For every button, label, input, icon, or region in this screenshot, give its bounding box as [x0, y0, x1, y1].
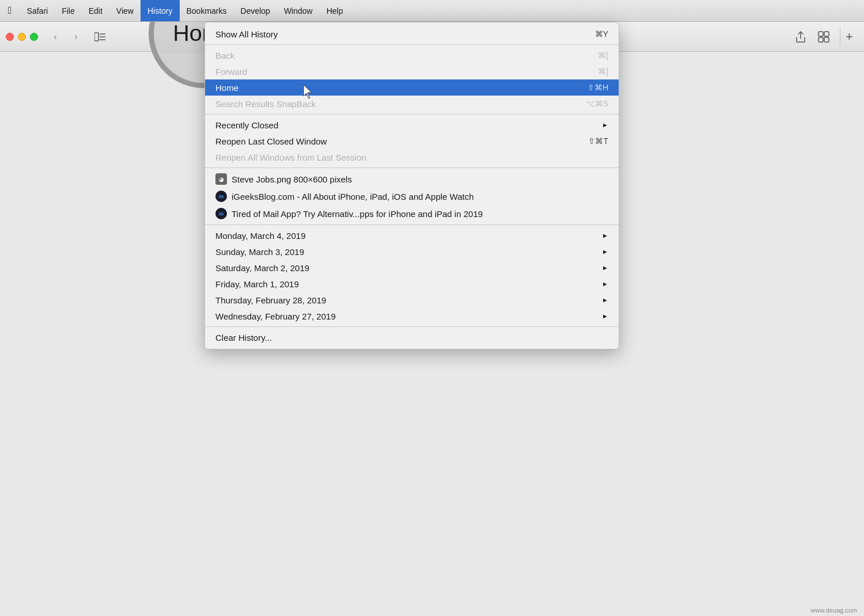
steve-jobs-icon: ◕: [215, 173, 227, 185]
steve-jobs-item[interactable]: ◕ Steve Jobs.png 800×600 pixels: [205, 170, 619, 188]
monday-arrow: ►: [602, 232, 608, 239]
recently-closed-arrow: ►: [602, 121, 608, 128]
shortcut-show-all-history: ⌘Y: [595, 29, 608, 39]
status-url: www.deuag.com: [810, 607, 857, 614]
svg-rect-7: [824, 37, 829, 42]
safari-menu-item[interactable]: Safari: [20, 0, 55, 21]
divider-2: [205, 114, 619, 115]
clear-history-item[interactable]: Clear History...: [205, 329, 619, 345]
igeeksblog-item[interactable]: iG iGeeksBlog.com - All About iPhone, iP…: [205, 188, 619, 205]
sunday-item[interactable]: Sunday, March 3, 2019 ►: [205, 244, 619, 260]
divider-4: [205, 225, 619, 225]
divider-5: [205, 326, 619, 327]
svg-rect-6: [818, 37, 823, 42]
new-tab-button[interactable]: +: [840, 28, 858, 46]
history-menu-item[interactable]: History: [141, 0, 180, 21]
file-menu-item[interactable]: File: [55, 0, 82, 21]
view-menu-item[interactable]: View: [109, 0, 141, 21]
forward-button[interactable]: ›: [68, 29, 84, 45]
divider-1: [205, 44, 619, 45]
tired-of-mail-item[interactable]: iG Tired of Mail App? Try Alternativ...p…: [205, 205, 619, 222]
window-menu-item[interactable]: Window: [277, 0, 320, 21]
edit-menu-item[interactable]: Edit: [82, 0, 109, 21]
wednesday-item[interactable]: Wednesday, February 27, 2019 ►: [205, 308, 619, 324]
tired-of-mail-icon: iG: [215, 208, 227, 219]
divider-3: [205, 168, 619, 168]
bookmarks-menu-item[interactable]: Bookmarks: [180, 0, 234, 21]
friday-arrow: ►: [602, 280, 608, 287]
minimize-button[interactable]: [18, 33, 26, 41]
svg-rect-4: [818, 32, 823, 36]
maximize-button[interactable]: [30, 33, 38, 41]
back-button[interactable]: ‹: [47, 29, 63, 45]
status-bar: www.deuag.com: [804, 604, 864, 616]
thursday-arrow: ►: [602, 296, 608, 303]
thursday-item[interactable]: Thursday, February 28, 2019 ►: [205, 292, 619, 308]
menu-bar:  Safari File Edit View History Bookmark…: [0, 0, 864, 22]
svg-rect-0: [94, 33, 98, 41]
wednesday-arrow: ►: [602, 313, 608, 320]
traffic-lights: [6, 33, 38, 41]
sunday-arrow: ►: [602, 248, 608, 255]
igeeksblog-icon: iG: [215, 191, 227, 202]
sidebar-toggle-button[interactable]: [91, 29, 109, 45]
search-snapback-item[interactable]: Search Results SnapBack ⌥⌘S: [205, 96, 619, 112]
share-button[interactable]: [791, 28, 810, 46]
forward-history-item[interactable]: Forward ⌘]: [205, 63, 619, 79]
close-button[interactable]: [6, 33, 14, 41]
toolbar-right: +: [791, 28, 858, 46]
apple-menu-item[interactable]: : [0, 0, 20, 21]
help-menu-item[interactable]: Help: [320, 0, 350, 21]
saturday-arrow: ►: [602, 264, 608, 271]
show-all-history-item[interactable]: Show All History ⌘Y: [205, 26, 619, 42]
tab-overview-button[interactable]: [814, 28, 833, 46]
home-history-item[interactable]: Home ⇧⌘H: [205, 79, 619, 96]
saturday-item[interactable]: Saturday, March 2, 2019 ►: [205, 260, 619, 276]
history-dropdown-menu: Show All History ⌘Y Back ⌘[ Forward ⌘] H…: [204, 22, 619, 349]
reopen-all-windows-item[interactable]: Reopen All Windows from Last Session: [205, 149, 619, 165]
friday-item[interactable]: Friday, March 1, 2019 ►: [205, 276, 619, 292]
svg-rect-5: [824, 32, 829, 36]
back-history-item[interactable]: Back ⌘[: [205, 47, 619, 63]
monday-item[interactable]: Monday, March 4, 2019 ►: [205, 227, 619, 244]
reopen-last-closed-window-item[interactable]: Reopen Last Closed Window ⇧⌘T: [205, 133, 619, 149]
develop-menu-item[interactable]: Develop: [234, 0, 277, 21]
recently-closed-item[interactable]: Recently Closed ►: [205, 117, 619, 133]
